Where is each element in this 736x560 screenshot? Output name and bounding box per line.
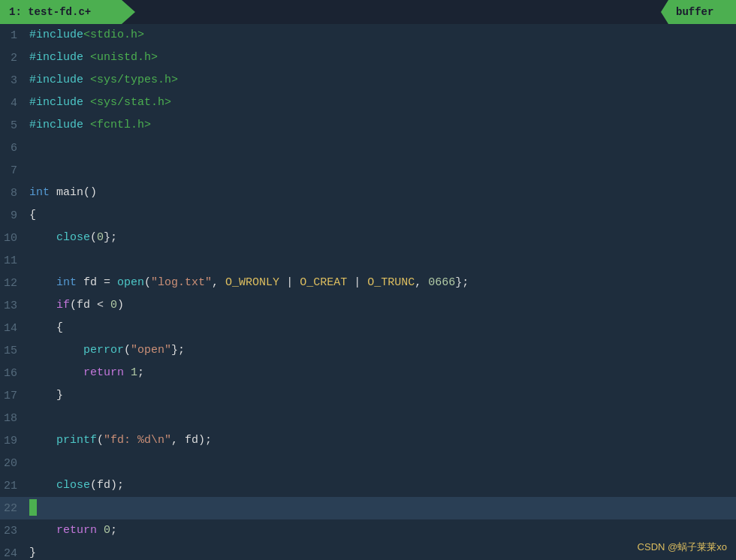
tab-left-item[interactable]: 1: test-fd.c+ <box>0 0 135 24</box>
code-line: 6 <box>0 137 736 159</box>
line-number: 18 <box>0 412 26 425</box>
code-line: 9{ <box>0 204 736 227</box>
token: ; <box>110 524 117 537</box>
line-number: 13 <box>0 300 26 312</box>
token: <fcntl.h> <box>90 119 151 131</box>
token: (fd); <box>90 479 124 492</box>
code-line: 5#include <fcntl.h> <box>0 114 736 137</box>
tab-left-label: 1: test-fd.c+ <box>9 6 91 18</box>
token: ( <box>97 434 104 447</box>
watermark-highlight: 蜗子莱莱xo <box>677 541 727 552</box>
token: close <box>56 479 90 492</box>
token: "log.txt" <box>151 276 212 289</box>
line-content: #include <sys/types.h> <box>26 69 736 92</box>
code-line: 12 int fd = open("log.txt", O_WRONLY | O… <box>0 272 736 294</box>
code-line: 14 { <box>0 317 736 339</box>
token: ( <box>144 276 151 289</box>
token: "open" <box>131 344 171 357</box>
token: 0 <box>97 231 104 244</box>
tab-right-item[interactable]: buffer <box>661 0 736 24</box>
token: 0666 <box>428 276 455 289</box>
token <box>124 366 131 379</box>
code-line: 21 close(fd); <box>0 474 736 497</box>
token: } <box>29 389 63 402</box>
line-number: 21 <box>0 480 26 492</box>
token: } <box>29 546 36 559</box>
token: 1 <box>131 366 137 379</box>
code-line: 1#include<stdio.h> <box>0 24 736 47</box>
token: | <box>347 276 367 289</box>
token: open <box>117 276 144 289</box>
line-number: 12 <box>0 277 26 290</box>
code-line: 20 <box>0 452 736 474</box>
line-content: { <box>26 204 736 227</box>
line-number: 9 <box>0 209 26 222</box>
token: #include <box>29 74 90 86</box>
code-line: 24} <box>0 542 736 560</box>
token: O_CREAT <box>300 276 347 289</box>
token: int <box>29 186 50 199</box>
line-number: 22 <box>0 502 26 515</box>
token: { <box>29 321 63 334</box>
code-line: 15 perror("open"}; <box>0 339 736 362</box>
token: main() <box>50 186 97 199</box>
line-content: return 1; <box>26 362 736 384</box>
token: close <box>56 231 90 244</box>
line-number: 16 <box>0 367 26 380</box>
token <box>97 524 104 537</box>
line-content: int main() <box>26 182 736 204</box>
token: (fd < <box>70 299 110 312</box>
token: O_TRUNC <box>367 276 415 289</box>
code-line: 22 <box>0 497 736 519</box>
line-content <box>26 497 736 519</box>
code-line: 17 } <box>0 384 736 407</box>
line-number: 19 <box>0 435 26 447</box>
code-line: 7 <box>0 159 736 182</box>
token: 0 <box>104 524 110 537</box>
token: printf <box>56 434 97 447</box>
token: fd = <box>77 276 117 289</box>
line-number: 5 <box>0 119 26 132</box>
line-content: } <box>26 384 736 407</box>
line-number: 3 <box>0 74 26 87</box>
token: if <box>56 299 70 312</box>
code-line: 11 <box>0 249 736 272</box>
token: , <box>415 276 428 289</box>
token: <sys/types.h> <box>90 74 178 86</box>
tab-bar: 1: test-fd.c+ buffer <box>0 0 736 24</box>
token: }; <box>171 344 185 357</box>
token: 0 <box>110 299 117 312</box>
line-content: } <box>26 542 736 560</box>
token: #include <box>29 96 90 109</box>
code-line: 2#include <unistd.h> <box>0 47 736 69</box>
token: }; <box>104 231 117 244</box>
tab-right-label: buffer <box>676 6 713 18</box>
token: int <box>56 276 77 289</box>
code-line: 10 close(0}; <box>0 227 736 249</box>
token: perror <box>83 344 124 357</box>
line-content: if(fd < 0) <box>26 294 736 317</box>
code-line: 16 return 1; <box>0 362 736 384</box>
line-content: #include <sys/stat.h> <box>26 92 736 114</box>
code-line: 8int main() <box>0 182 736 204</box>
token: O_WRONLY <box>225 276 279 289</box>
code-line: 19 printf("fd: %d\n", fd); <box>0 429 736 452</box>
token: <stdio.h> <box>83 29 144 41</box>
token: <unistd.h> <box>90 51 158 64</box>
token: , fd); <box>171 434 212 447</box>
token <box>29 231 56 244</box>
code-line: 18 <box>0 407 736 429</box>
token: #include <box>29 29 83 41</box>
token: #include <box>29 119 90 131</box>
line-number: 20 <box>0 457 26 470</box>
token: ; <box>137 366 144 379</box>
line-number: 8 <box>0 187 26 200</box>
code-line: 3#include <sys/types.h> <box>0 69 736 92</box>
line-number: 23 <box>0 525 26 537</box>
code-line: 23 return 0; <box>0 519 736 542</box>
line-content: close(fd); <box>26 474 736 497</box>
token <box>29 479 56 492</box>
line-number: 24 <box>0 547 26 560</box>
token: return <box>83 366 124 379</box>
line-content: int fd = open("log.txt", O_WRONLY | O_CR… <box>26 272 736 294</box>
